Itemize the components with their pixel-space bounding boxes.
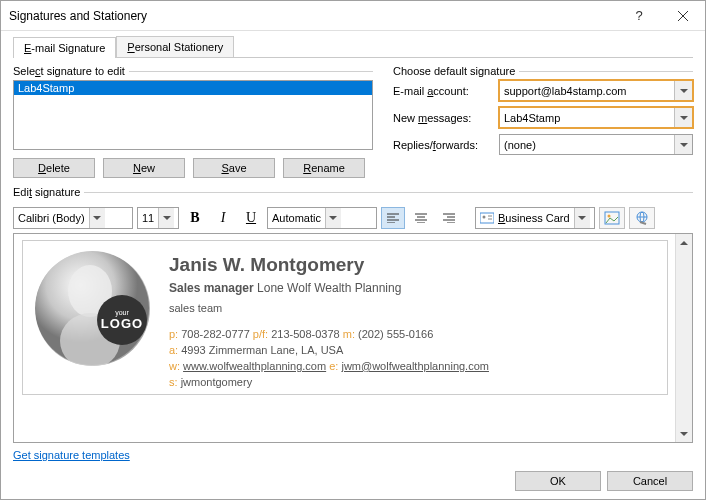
select-signature-label: Select signature to edit	[13, 65, 125, 77]
signature-content: your LOGO Janis W. Montgomery Sales mana…	[22, 240, 668, 395]
editor-toolbar: Calibri (Body) 11 B I U Automatic	[13, 207, 693, 229]
chevron-down-icon	[158, 208, 174, 228]
signature-name: Janis W. Montgomery	[169, 251, 489, 279]
default-signature-label: Choose default signature	[393, 65, 515, 77]
get-templates-link[interactable]: Get signature templates	[13, 449, 693, 461]
window-title: Signatures and Stationery	[9, 9, 617, 23]
top-row: Select signature to edit Lab4Stamp Delet…	[13, 65, 693, 178]
dialog-footer: OK Cancel	[13, 461, 693, 491]
align-center-button[interactable]	[409, 207, 433, 229]
hyperlink-icon	[634, 211, 650, 225]
italic-button[interactable]: I	[211, 207, 235, 229]
signature-list-item[interactable]: Lab4Stamp	[14, 81, 372, 95]
dialog-body: E-mail Signature Personal Stationery Sel…	[1, 31, 705, 499]
replies-value: (none)	[504, 139, 536, 151]
scroll-up-icon[interactable]	[676, 234, 692, 251]
svg-line-23	[640, 222, 646, 224]
signature-address: a: 4993 Zimmerman Lane, LA, USA	[169, 343, 489, 359]
close-icon	[678, 11, 688, 21]
underline-button[interactable]: U	[239, 207, 263, 229]
signature-role: Sales manager Lone Wolf Wealth Planning	[169, 280, 489, 297]
insert-hyperlink-button[interactable]	[629, 207, 655, 229]
close-button[interactable]	[661, 1, 705, 31]
email-account-value: support@lab4stamp.com	[504, 85, 626, 97]
align-right-button[interactable]	[437, 207, 461, 229]
bold-button[interactable]: B	[183, 207, 207, 229]
ok-button[interactable]: OK	[515, 471, 601, 491]
chevron-down-icon	[674, 81, 692, 100]
tab-panel: Select signature to edit Lab4Stamp Delet…	[13, 57, 693, 491]
select-signature-group: Select signature to edit Lab4Stamp Delet…	[13, 65, 373, 178]
signatures-dialog: Signatures and Stationery ? E-mail Signa…	[0, 0, 706, 500]
logo-badge: your LOGO	[97, 295, 147, 345]
cancel-button[interactable]: Cancel	[607, 471, 693, 491]
signature-team: sales team	[169, 301, 489, 317]
signature-buttons: Delete New Save Rename	[13, 158, 373, 178]
signature-editor[interactable]: your LOGO Janis W. Montgomery Sales mana…	[13, 233, 693, 443]
svg-rect-14	[480, 213, 494, 223]
signature-listbox[interactable]: Lab4Stamp	[13, 80, 373, 150]
scroll-down-icon[interactable]	[676, 425, 692, 442]
new-messages-value: Lab4Stamp	[504, 112, 560, 124]
rename-button[interactable]: Rename	[283, 158, 365, 178]
font-size-dropdown[interactable]: 11	[137, 207, 179, 229]
insert-picture-button[interactable]	[599, 207, 625, 229]
picture-icon	[604, 211, 620, 225]
signature-text: Janis W. Montgomery Sales manager Lone W…	[169, 251, 489, 384]
font-color-dropdown[interactable]: Automatic	[267, 207, 377, 229]
tab-border	[234, 57, 693, 58]
tab-personal-stationery[interactable]: Personal Stationery	[116, 36, 234, 58]
svg-point-15	[483, 216, 486, 219]
email-account-dropdown[interactable]: support@lab4stamp.com	[499, 80, 693, 101]
replies-dropdown[interactable]: (none)	[499, 134, 693, 155]
align-right-icon	[443, 213, 455, 223]
business-card-button[interactable]: Business Card	[475, 207, 595, 229]
chevron-down-icon	[674, 135, 692, 154]
align-left-button[interactable]	[381, 207, 405, 229]
new-messages-label: New messages:	[393, 112, 493, 124]
tab-email-signature[interactable]: E-mail Signature	[13, 37, 116, 58]
new-messages-dropdown[interactable]: Lab4Stamp	[499, 107, 693, 128]
replies-label: Replies/forwards:	[393, 139, 493, 151]
signature-skype: s: jwmontgomery	[169, 375, 489, 391]
default-signature-group: Choose default signature E-mail account:…	[393, 65, 693, 178]
chevron-down-icon	[674, 108, 692, 127]
titlebar: Signatures and Stationery ?	[1, 1, 705, 31]
font-family-dropdown[interactable]: Calibri (Body)	[13, 207, 133, 229]
help-button[interactable]: ?	[617, 1, 661, 31]
business-card-icon	[480, 212, 494, 224]
email-account-label: E-mail account:	[393, 85, 493, 97]
align-left-icon	[387, 213, 399, 223]
align-center-icon	[415, 213, 427, 223]
signature-web: w: www.wolfwealthplanning.com e: jwm@wol…	[169, 359, 489, 375]
chevron-down-icon	[325, 208, 341, 228]
chevron-down-icon	[574, 208, 590, 228]
save-button[interactable]: Save	[193, 158, 275, 178]
chevron-down-icon	[89, 208, 105, 228]
delete-button[interactable]: Delete	[13, 158, 95, 178]
signature-phones: p: 708-282-0777 p/f: 213-508-0378 m: (20…	[169, 327, 489, 343]
edit-signature-label: Edit signature	[13, 186, 80, 198]
editor-scrollbar[interactable]	[675, 234, 692, 442]
new-button[interactable]: New	[103, 158, 185, 178]
svg-point-19	[607, 215, 610, 218]
